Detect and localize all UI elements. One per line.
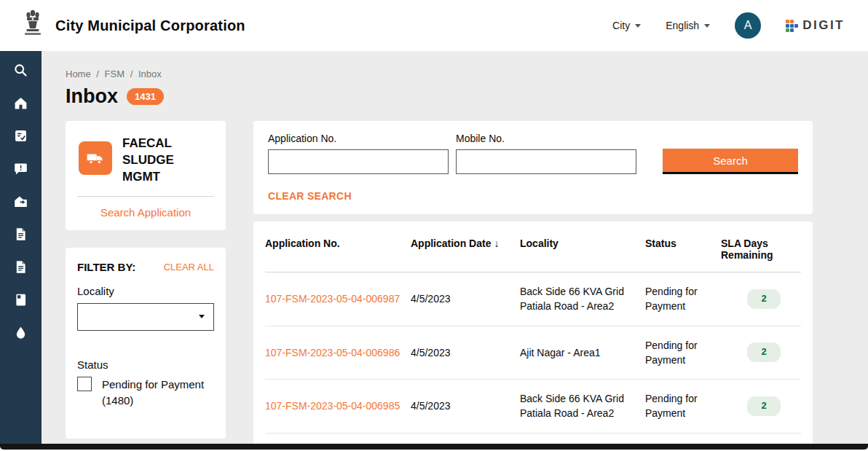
column-application-date[interactable]: Application Date↓ [411,221,520,272]
application-link[interactable]: 107-FSM-2023-05-04-006987 [265,293,400,305]
inbox-table-card: Application No. Application Date↓ Locali… [253,221,813,450]
national-emblem-logo [22,9,44,42]
inbox-table: Application No. Application Date↓ Locali… [265,221,801,450]
divider [77,196,214,197]
application-link[interactable]: 107-FSM-2023-05-04-006986 [265,347,400,358]
complaints-icon[interactable] [13,161,28,176]
language-dropdown[interactable]: English [666,20,710,31]
sla-days-badge: 2 [747,342,781,362]
filter-card: FILTER BY: CLEAR ALL Locality Status Pen… [66,248,226,439]
city-dropdown[interactable]: City [612,20,641,31]
left-sidebar [0,51,42,450]
search-icon[interactable] [13,63,28,78]
clear-all-link[interactable]: CLEAR ALL [164,262,214,272]
clear-search-link[interactable]: CLEAR SEARCH [268,190,352,202]
truck-icon [79,141,112,175]
search-card: Application No. Mobile No. Search CLEAR … [253,121,813,214]
filter-by-label: FILTER BY: [77,261,135,273]
card-icon[interactable] [13,292,28,307]
status-cell: Pending for Payment [645,380,721,434]
status-label: Status [77,358,214,371]
mobile-no-label: Mobile No. [456,133,636,144]
locality-cell: Back Side 66 KVA Grid Patiala Road - Are… [520,380,645,434]
chevron-down-icon [199,315,205,318]
status-cell: Pending for Payment [645,272,721,326]
home-icon[interactable] [13,95,28,111]
window-border [0,444,868,450]
mobile-no-input[interactable] [456,149,636,174]
breadcrumb-home[interactable]: Home [66,68,91,79]
column-application-no: Application No. [265,221,411,272]
status-option-label[interactable]: Pending for Payment (1480) [102,377,211,409]
document-icon[interactable] [13,227,28,242]
chevron-down-icon [704,24,710,28]
digit-dots-icon [786,20,798,32]
status-cell: Pending for Payment [645,326,721,380]
content-area: Home / FSM / Inbox Inbox 1431 [42,51,868,450]
column-locality: Locality [520,221,645,272]
water-drop-icon[interactable] [13,325,28,340]
locality-label: Locality [77,285,214,297]
user-avatar[interactable]: A [735,12,761,39]
top-bar: City Municipal Corporation City English … [0,0,868,51]
chevron-down-icon [635,24,641,28]
app-window: City Municipal Corporation City English … [0,0,868,451]
search-button[interactable]: Search [663,149,798,174]
digit-logo: DIGIT [786,18,845,33]
page-title: Inbox [66,85,118,108]
application-link[interactable]: 107-FSM-2023-05-04-006985 [265,400,400,412]
status-checkbox[interactable] [77,377,92,391]
application-date: 4/5/2023 [411,272,520,326]
document-icon[interactable] [13,259,28,275]
column-sla-days: SLA Days Remaining [721,221,801,272]
breadcrumb: Home / FSM / Inbox [66,68,868,79]
search-application-link[interactable]: Search Application [77,206,214,219]
sla-days-badge: 2 [747,396,781,416]
module-card: FAECAL SLUDGE MGMT Search Application [66,121,226,230]
sort-desc-icon[interactable]: ↓ [494,238,499,249]
digit-wordmark: DIGIT [802,18,845,33]
application-no-label: Application No. [268,133,449,144]
table-row: 107-FSM-2023-05-04-006987 4/5/2023 Back … [265,272,801,326]
inbox-count-badge: 1431 [127,88,164,105]
locality-cell: Back Side 66 KVA Grid Patiala Road - Are… [520,272,645,326]
application-no-input[interactable] [268,149,449,174]
property-icon[interactable] [13,194,28,209]
table-row: 107-FSM-2023-05-04-006986 4/5/2023 Ajit … [265,326,801,380]
locality-cell: Ajit Nagar - Area1 [520,326,645,380]
breadcrumb-fsm[interactable]: FSM [105,68,125,79]
application-date: 4/5/2023 [411,326,520,380]
app-title: City Municipal Corporation [55,17,245,34]
table-row: 107-FSM-2023-05-04-006985 4/5/2023 Back … [265,380,801,434]
column-status: Status [645,221,721,272]
sla-days-badge: 2 [747,289,781,309]
module-title: FAECAL SLUDGE MGMT [122,136,192,186]
breadcrumb-inbox: Inbox [138,68,162,79]
inbox-check-icon[interactable] [13,128,28,144]
locality-select[interactable] [77,303,214,331]
application-date: 4/5/2023 [411,380,520,434]
